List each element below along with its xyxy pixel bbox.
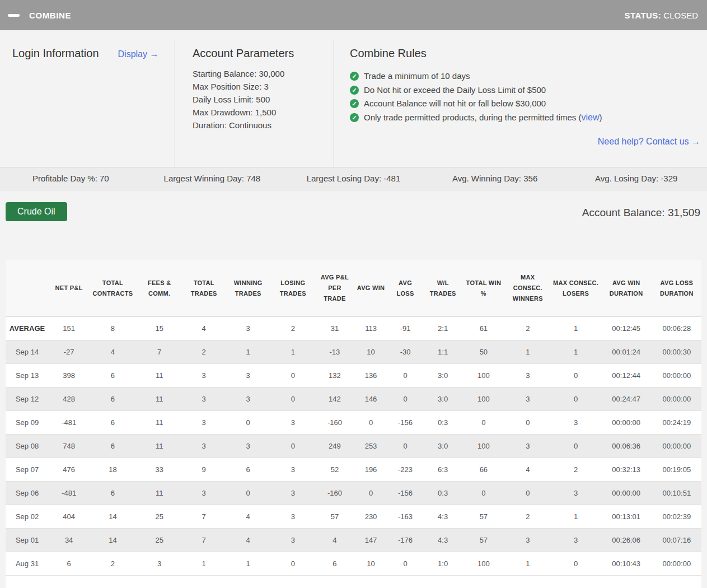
- row-label: Sep 09: [6, 410, 49, 434]
- cell: 196: [354, 458, 388, 481]
- cell: 25: [137, 505, 182, 528]
- rule-item: ✓ Trade a minimum of 10 days: [350, 69, 700, 83]
- column-header: TOTAL CONTRACTS: [89, 260, 137, 316]
- column-header: AVG WIN: [354, 260, 388, 316]
- cell: 7: [182, 505, 226, 528]
- cell: 4: [226, 505, 271, 528]
- rule-item: ✓ Do Not hit or exceed the Daily Loss Li…: [350, 83, 700, 97]
- check-icon: ✓: [350, 72, 359, 81]
- cell: 3: [271, 458, 316, 481]
- cell: 00:02:39: [652, 505, 701, 528]
- cell: 249: [315, 434, 354, 458]
- cell: 113: [354, 316, 388, 340]
- column-header: AVG LOSS DURATION: [652, 260, 701, 316]
- cell: 100: [463, 387, 505, 410]
- combine-rules-heading: Combine Rules: [350, 47, 700, 60]
- param-max-drawdown: Max Drawdown: 1,500: [193, 106, 334, 119]
- cell: 6: [89, 410, 137, 434]
- rule-text-prefix: Only trade permitted products, during th…: [364, 113, 582, 122]
- cell: 52: [315, 458, 354, 481]
- cell: 0: [504, 481, 551, 505]
- cell: 4: [315, 528, 354, 552]
- login-information-section: Login Information Display →: [0, 39, 175, 167]
- cell: 0: [226, 410, 271, 434]
- display-login-link[interactable]: Display →: [118, 49, 159, 59]
- stat-avg-winning-day: Avg. Winning Day: 356: [424, 167, 566, 190]
- table-row: Sep 1242861133014214603:01003000:24:4700…: [6, 387, 701, 410]
- cell: 0: [271, 434, 316, 458]
- cell: 00:00:30: [652, 340, 701, 363]
- cell: -481: [49, 410, 89, 434]
- rule-item: ✓ Only trade permitted products, during …: [350, 111, 700, 125]
- cell: 10: [354, 552, 388, 575]
- rule-text: Account Balance will not hit or fall bel…: [364, 97, 546, 111]
- cell: 1:0: [423, 552, 463, 575]
- cell: 33: [137, 458, 182, 481]
- row-label: Sep 12: [6, 387, 49, 410]
- cell: 00:13:01: [601, 505, 652, 528]
- cell: 3: [271, 505, 316, 528]
- check-icon: ✓: [350, 113, 359, 122]
- collapse-icon[interactable]: [8, 14, 20, 17]
- cell: 2: [504, 505, 551, 528]
- cell: 3: [226, 387, 271, 410]
- cell: 9: [182, 458, 226, 481]
- cell: 253: [354, 434, 388, 458]
- cell: 3: [271, 528, 316, 552]
- status-label: STATUS:: [625, 11, 662, 20]
- cell: 6: [89, 387, 137, 410]
- cell: 3:0: [423, 363, 463, 387]
- cell: 7: [137, 340, 182, 363]
- table-body: AVERAGE15181543231113-912:1612100:12:450…: [6, 316, 701, 575]
- table-row: Sep 14-2747211-1310-301:1501100:01:2400:…: [6, 340, 701, 363]
- view-permitted-products-link[interactable]: view: [582, 113, 600, 122]
- cell: 1:1: [423, 340, 463, 363]
- cell: 100: [463, 363, 505, 387]
- cell: 14: [89, 528, 137, 552]
- cell: 3: [137, 552, 182, 575]
- crude-oil-market-button[interactable]: Crude Oil: [6, 202, 67, 221]
- cell: 15: [137, 316, 182, 340]
- cell: -223: [387, 458, 423, 481]
- cell: 6: [89, 434, 137, 458]
- cell: 100: [463, 552, 505, 575]
- summary-stats-bar: Profitable Day %: 70 Largest Winning Day…: [0, 167, 707, 190]
- column-header: FEES & COMM.: [137, 260, 182, 316]
- cell: 00:00:00: [601, 410, 652, 434]
- column-header: [6, 260, 49, 316]
- cell: 00:12:44: [601, 363, 652, 387]
- cell: 00:07:16: [652, 528, 701, 552]
- cell: 3: [504, 434, 551, 458]
- cell: 3: [271, 410, 316, 434]
- table-row: AVERAGE15181543231113-912:1612100:12:450…: [6, 316, 701, 340]
- row-label: Sep 08: [6, 434, 49, 458]
- account-balance: Account Balance: 31,509: [582, 207, 700, 219]
- cell: 1: [226, 340, 271, 363]
- cell: 0: [387, 552, 423, 575]
- cell: 0:3: [423, 481, 463, 505]
- cell: 3: [182, 434, 226, 458]
- cell: 147: [354, 528, 388, 552]
- cell: 0: [463, 481, 505, 505]
- cell: 11: [137, 434, 182, 458]
- cell: 4:3: [423, 505, 463, 528]
- cell: 4: [89, 340, 137, 363]
- param-daily-loss-limit: Daily Loss Limit: 500: [193, 93, 334, 106]
- cell: 11: [137, 387, 182, 410]
- stat-profitable-day-pct: Profitable Day %: 70: [0, 167, 142, 190]
- rule-text: Only trade permitted products, during th…: [364, 111, 602, 125]
- cell: 31: [315, 316, 354, 340]
- column-header: LOSING TRADES: [271, 260, 316, 316]
- stat-largest-losing-day: Largest Losing Day: -481: [283, 167, 424, 190]
- cell: 3: [182, 363, 226, 387]
- table-row: Sep 09-481611303-1600-1560:300300:00:000…: [6, 410, 701, 434]
- cell: 00:12:45: [601, 316, 652, 340]
- login-information-heading: Login Information: [12, 47, 99, 60]
- row-label: Sep 07: [6, 458, 49, 481]
- cell: 0: [271, 363, 316, 387]
- cell: 4: [226, 528, 271, 552]
- cell: 1: [182, 552, 226, 575]
- cell: 3: [504, 387, 551, 410]
- row-label: Sep 14: [6, 340, 49, 363]
- contact-us-link[interactable]: Need help? Contact us →: [598, 137, 700, 146]
